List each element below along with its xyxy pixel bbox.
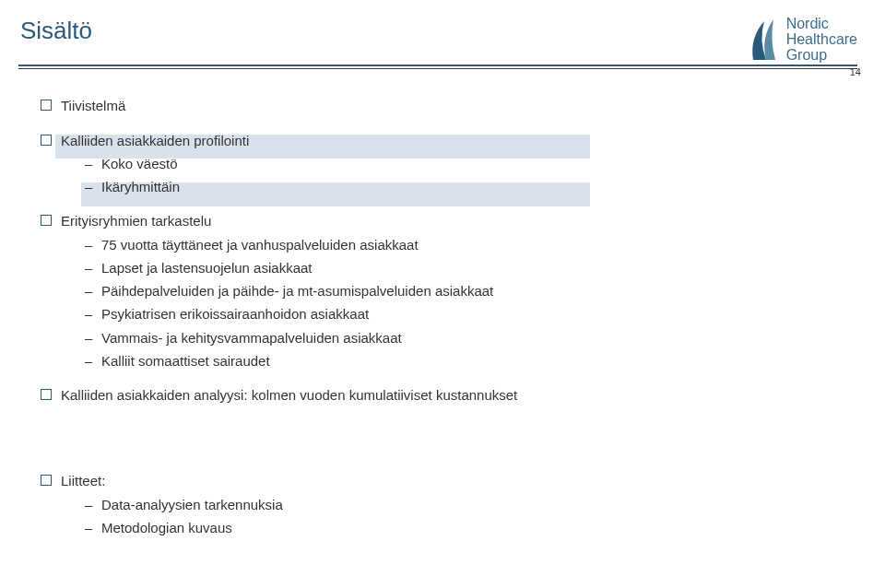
section-item: Kalliiden asiakkaiden profilointi Koko v… (41, 130, 857, 198)
subitem-label: Metodologian kuvaus (101, 520, 232, 535)
section-item: Liitteet: Data-analyysien tarkennuksia M… (41, 470, 857, 538)
title-divider (18, 65, 857, 66)
section-item: Kalliiden asiakkaiden analyysi: kolmen v… (41, 384, 857, 406)
subitem-label: Koko väestö (101, 156, 178, 171)
subitem-label: Vammais- ja kehitysvammapalveluiden asia… (101, 330, 402, 346)
subitem-label: Ikäryhmittäin (101, 179, 180, 194)
page-title: Sisältö (18, 17, 92, 51)
subitem: Psykiatrisen erikoissairaanhoidon asiakk… (85, 303, 857, 324)
subitem: Ikäryhmittäin (85, 176, 857, 197)
section-label: Liitteet: (61, 473, 105, 488)
brand-text: Nordic Healthcare Group (786, 17, 857, 63)
section-label: Kalliiden asiakkaiden profilointi (61, 133, 249, 148)
subitem: Metodologian kuvaus (85, 517, 857, 538)
subitem-label: Lapset ja lastensuojelun asiakkaat (101, 260, 313, 276)
title-underline (18, 68, 857, 69)
subitem: Kalliit somaattiset sairaudet (85, 350, 857, 371)
subitem: Päihdepalveluiden ja päihde- ja mt-asumi… (85, 280, 857, 301)
subitem: Lapset ja lastensuojelun asiakkaat (85, 257, 857, 278)
subitem-label: Data-analyysien tarkennuksia (101, 497, 283, 512)
content-body: Tiivistelmä Kalliiden asiakkaiden profil… (41, 95, 857, 538)
logo-line: Healthcare (786, 32, 857, 48)
section-label: Tiivistelmä (61, 98, 125, 113)
subitem-label: Psykiatrisen erikoissairaanhoidon asiakk… (101, 306, 369, 322)
section-label: Erityisryhmien tarkastelu (61, 213, 211, 229)
subitem-label: Päihdepalveluiden ja päihde- ja mt-asumi… (101, 283, 493, 299)
section-label: Kalliiden asiakkaiden analyysi: kolmen v… (61, 387, 517, 403)
subitem: 75 vuotta täyttäneet ja vanhuspalveluide… (85, 234, 857, 255)
page-number: 14 (850, 66, 861, 77)
subitem: Data-analyysien tarkennuksia (85, 494, 857, 515)
subitem-label: 75 vuotta täyttäneet ja vanhuspalveluide… (101, 237, 419, 253)
section-item: Erityisryhmien tarkastelu 75 vuotta täyt… (41, 210, 857, 371)
subitem-label: Kalliit somaattiset sairaudet (101, 353, 270, 369)
logo-line: Group (786, 48, 857, 64)
subitem: Vammais- ja kehitysvammapalveluiden asia… (85, 327, 857, 348)
swoosh-icon (748, 18, 781, 62)
section-item: Tiivistelmä (41, 95, 857, 116)
subitem: Koko väestö (85, 153, 857, 174)
brand-logo: Nordic Healthcare Group (748, 17, 857, 63)
logo-line: Nordic (786, 17, 857, 32)
